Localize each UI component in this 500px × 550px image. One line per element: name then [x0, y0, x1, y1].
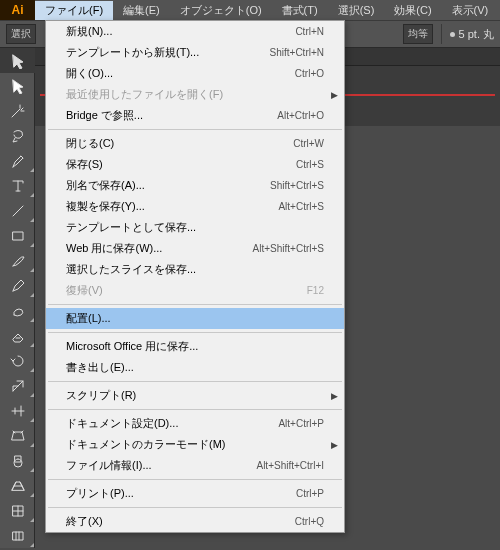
type-tool[interactable] [0, 173, 35, 198]
menubar-item-0[interactable]: ファイル(F) [35, 1, 113, 20]
menu-item-shortcut: Ctrl+N [295, 26, 324, 37]
paintbrush-tool[interactable] [0, 248, 35, 273]
menubar-item-4[interactable]: 選択(S) [328, 1, 385, 20]
lasso-tool[interactable] [0, 123, 35, 148]
menu-item-22[interactable]: ドキュメント設定(D)...Alt+Ctrl+P [46, 413, 344, 434]
line-tool[interactable] [0, 198, 35, 223]
menu-item-shortcut: Alt+Shift+Ctrl+S [253, 243, 324, 254]
menu-item-3: 最近使用したファイルを開く(F)▶ [46, 84, 344, 105]
menu-item-label: ドキュメントのカラーモード(M) [66, 437, 226, 452]
menu-item-label: Bridge で参照... [66, 108, 143, 123]
menu-item-8[interactable]: 別名で保存(A)...Shift+Ctrl+S [46, 175, 344, 196]
selection-tool[interactable] [0, 48, 35, 73]
menubar: Ai ファイル(F)編集(E)オブジェクト(O)書式(T)選択(S)効果(C)表… [0, 0, 500, 20]
width-tool[interactable] [0, 398, 35, 423]
menu-item-13: 復帰(V)F12 [46, 280, 344, 301]
submenu-arrow-icon: ▶ [331, 440, 338, 450]
pencil-tool[interactable] [0, 273, 35, 298]
menu-item-label: ドキュメント設定(D)... [66, 416, 178, 431]
menu-item-10[interactable]: テンプレートとして保存... [46, 217, 344, 238]
menu-item-2[interactable]: 開く(O)...Ctrl+O [46, 63, 344, 84]
menu-item-shortcut: Alt+Ctrl+O [277, 110, 324, 121]
menu-item-label: 保存(S) [66, 157, 103, 172]
menu-item-shortcut: Alt+Shift+Ctrl+I [256, 460, 324, 471]
menu-item-shortcut: Ctrl+P [296, 488, 324, 499]
menu-item-7[interactable]: 保存(S)Ctrl+S [46, 154, 344, 175]
menu-item-12[interactable]: 選択したスライスを保存... [46, 259, 344, 280]
gradient-tool[interactable] [0, 523, 35, 548]
menu-item-label: スクリプト(R) [66, 388, 136, 403]
menu-item-label: 新規(N)... [66, 24, 112, 39]
menu-item-shortcut: Ctrl+O [295, 68, 324, 79]
menu-separator [48, 304, 342, 305]
app-icon: Ai [0, 0, 35, 20]
selection-indicator[interactable]: 選択 [6, 24, 36, 44]
shape-builder-tool[interactable] [0, 448, 35, 473]
menu-item-label: テンプレートとして保存... [66, 220, 196, 235]
menu-item-label: 終了(X) [66, 514, 103, 529]
menu-separator [48, 129, 342, 130]
stroke-label[interactable]: 5 pt. 丸 [459, 27, 494, 42]
menu-item-shortcut: Ctrl+S [296, 159, 324, 170]
toolbar-separator [441, 24, 442, 44]
menu-item-label: 開く(O)... [66, 66, 113, 81]
menu-item-label: 配置(L)... [66, 311, 111, 326]
tool-panel [0, 48, 35, 548]
file-menu-dropdown: 新規(N)...Ctrl+Nテンプレートから新規(T)...Shift+Ctrl… [45, 20, 345, 533]
menu-item-11[interactable]: Web 用に保存(W)...Alt+Shift+Ctrl+S [46, 238, 344, 259]
menu-separator [48, 507, 342, 508]
menu-item-4[interactable]: Bridge で参照...Alt+Ctrl+O [46, 105, 344, 126]
eraser-tool[interactable] [0, 323, 35, 348]
menu-item-label: Web 用に保存(W)... [66, 241, 162, 256]
menubar-item-3[interactable]: 書式(T) [272, 1, 328, 20]
menu-item-17[interactable]: Microsoft Office 用に保存... [46, 336, 344, 357]
menu-item-18[interactable]: 書き出し(E)... [46, 357, 344, 378]
blob-brush-tool[interactable] [0, 298, 35, 323]
menubar-item-5[interactable]: 効果(C) [384, 1, 441, 20]
menu-item-label: プリント(P)... [66, 486, 134, 501]
free-transform-tool[interactable] [0, 423, 35, 448]
menu-item-label: 別名で保存(A)... [66, 178, 145, 193]
submenu-arrow-icon: ▶ [331, 391, 338, 401]
align-dropdown[interactable]: 均等 [403, 24, 433, 44]
rectangle-tool[interactable] [0, 223, 35, 248]
magic-wand-tool[interactable] [0, 98, 35, 123]
menu-separator [48, 479, 342, 480]
menu-item-26[interactable]: プリント(P)...Ctrl+P [46, 483, 344, 504]
mesh-tool[interactable] [0, 498, 35, 523]
menu-item-label: 閉じる(C) [66, 136, 114, 151]
menubar-item-6[interactable]: 表示(V) [442, 1, 499, 20]
submenu-arrow-icon: ▶ [331, 90, 338, 100]
menu-item-shortcut: Ctrl+Q [295, 516, 324, 527]
menu-item-shortcut: Alt+Ctrl+P [278, 418, 324, 429]
perspective-tool[interactable] [0, 473, 35, 498]
menu-item-label: テンプレートから新規(T)... [66, 45, 199, 60]
menu-item-label: ファイル情報(I)... [66, 458, 152, 473]
menu-item-shortcut: F12 [307, 285, 324, 296]
menu-item-20[interactable]: スクリプト(R)▶ [46, 385, 344, 406]
scale-tool[interactable] [0, 373, 35, 398]
menu-item-15[interactable]: 配置(L)... [46, 308, 344, 329]
menu-item-label: 書き出し(E)... [66, 360, 134, 375]
menu-item-shortcut: Shift+Ctrl+N [270, 47, 324, 58]
menu-item-label: 最近使用したファイルを開く(F) [66, 87, 223, 102]
menu-item-shortcut: Alt+Ctrl+S [278, 201, 324, 212]
menu-separator [48, 409, 342, 410]
direct-selection-tool[interactable] [0, 73, 35, 98]
menu-item-6[interactable]: 閉じる(C)Ctrl+W [46, 133, 344, 154]
menu-item-label: 復帰(V) [66, 283, 103, 298]
menu-item-23[interactable]: ドキュメントのカラーモード(M)▶ [46, 434, 344, 455]
menu-item-28[interactable]: 終了(X)Ctrl+Q [46, 511, 344, 532]
menu-separator [48, 381, 342, 382]
rotate-tool[interactable] [0, 348, 35, 373]
menu-item-0[interactable]: 新規(N)...Ctrl+N [46, 21, 344, 42]
menu-item-1[interactable]: テンプレートから新規(T)...Shift+Ctrl+N [46, 42, 344, 63]
pen-tool[interactable] [0, 148, 35, 173]
menubar-item-2[interactable]: オブジェクト(O) [170, 1, 272, 20]
menu-item-24[interactable]: ファイル情報(I)...Alt+Shift+Ctrl+I [46, 455, 344, 476]
menu-separator [48, 332, 342, 333]
bullet-icon [450, 32, 455, 37]
menu-item-9[interactable]: 複製を保存(Y)...Alt+Ctrl+S [46, 196, 344, 217]
menubar-item-1[interactable]: 編集(E) [113, 1, 170, 20]
menu-item-shortcut: Shift+Ctrl+S [270, 180, 324, 191]
